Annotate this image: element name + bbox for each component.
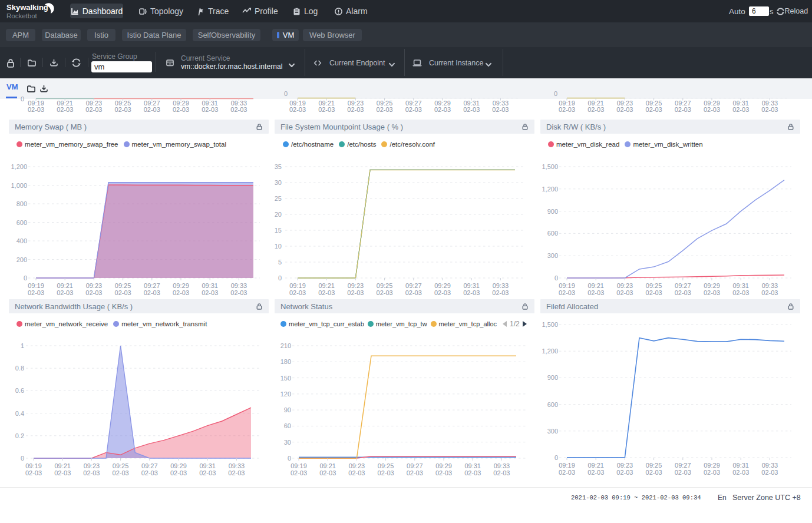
svg-text:02-03: 02-03 [732,106,749,113]
svg-text:09:21: 09:21 [57,100,73,107]
svg-text:09:25: 09:25 [377,282,393,289]
svg-text:600: 600 [547,401,558,408]
svg-text:02-03: 02-03 [319,469,336,476]
svg-text:0: 0 [288,455,291,462]
svg-text:0.6: 0.6 [15,387,24,394]
svg-text:09:27: 09:27 [144,282,160,289]
svg-text:09:19: 09:19 [289,100,306,107]
svg-text:02-03: 02-03 [587,469,604,476]
svg-text:02-03: 02-03 [704,469,720,476]
svg-text:02-03: 02-03 [587,106,604,113]
svg-text:02-03: 02-03 [85,106,102,113]
svg-text:09:19: 09:19 [28,100,44,107]
svg-text:09:25: 09:25 [646,462,662,469]
svg-text:09:25: 09:25 [115,282,131,289]
svg-text:09:29: 09:29 [435,462,452,469]
svg-text:09:27: 09:27 [144,100,160,107]
svg-text:02-03: 02-03 [113,469,129,476]
svg-text:09:33: 09:33 [229,462,245,469]
svg-text:09:25: 09:25 [646,282,662,289]
svg-text:09:29: 09:29 [434,100,451,107]
svg-text:150: 150 [280,375,291,382]
svg-text:02-03: 02-03 [348,469,365,476]
svg-text:0: 0 [554,90,557,97]
svg-text:09:31: 09:31 [732,282,749,289]
svg-text:09:27: 09:27 [675,462,691,469]
svg-text:20: 20 [275,211,282,218]
svg-text:09:31: 09:31 [202,282,218,289]
svg-text:02-03: 02-03 [616,469,633,476]
svg-text:09:21: 09:21 [319,462,336,469]
svg-text:30: 30 [284,439,291,446]
svg-text:02-03: 02-03 [492,289,509,296]
svg-text:210: 210 [280,342,291,349]
svg-text:09:33: 09:33 [231,282,247,289]
svg-text:02-03: 02-03 [25,469,42,476]
svg-text:120: 120 [280,390,291,398]
svg-text:02-03: 02-03 [405,289,422,296]
svg-text:02-03: 02-03 [407,469,423,476]
svg-text:0.2: 0.2 [15,432,24,439]
svg-text:02-03: 02-03 [202,289,218,296]
svg-text:09:19: 09:19 [559,462,575,469]
svg-text:09:19: 09:19 [28,282,44,289]
svg-text:09:31: 09:31 [199,462,216,469]
svg-text:09:27: 09:27 [407,462,423,469]
svg-text:02-03: 02-03 [28,289,44,296]
svg-text:09:27: 09:27 [675,282,691,289]
svg-text:02-03: 02-03 [761,469,778,476]
svg-text:60: 60 [284,422,291,429]
svg-text:09:23: 09:23 [348,100,364,107]
svg-text:0.4: 0.4 [15,410,24,417]
svg-text:09:27: 09:27 [405,100,422,107]
svg-text:02-03: 02-03 [646,289,662,296]
svg-text:02-03: 02-03 [347,289,364,296]
svg-text:02-03: 02-03 [230,106,247,113]
svg-text:09:31: 09:31 [464,462,481,469]
svg-text:02-03: 02-03 [435,469,452,476]
svg-text:09:23: 09:23 [84,462,100,469]
svg-text:1,200: 1,200 [11,163,27,170]
svg-text:02-03: 02-03 [704,289,720,296]
svg-text:02-03: 02-03 [587,289,604,296]
svg-text:09:25: 09:25 [113,462,129,469]
svg-text:09:19: 09:19 [289,282,306,289]
svg-text:02-03: 02-03 [57,106,73,113]
svg-text:02-03: 02-03 [228,469,245,476]
svg-text:09:33: 09:33 [231,100,247,107]
svg-text:09:19: 09:19 [559,100,575,107]
svg-text:02-03: 02-03 [646,469,662,476]
svg-text:02-03: 02-03 [347,106,364,113]
svg-text:02-03: 02-03 [202,106,218,113]
svg-text:02-03: 02-03 [170,469,187,476]
svg-text:09:23: 09:23 [617,282,633,289]
svg-text:02-03: 02-03 [559,289,575,296]
svg-text:1,000: 1,000 [11,182,27,189]
svg-text:09:29: 09:29 [170,462,187,469]
svg-text:02-03: 02-03 [675,469,691,476]
svg-text:02-03: 02-03 [616,106,633,113]
svg-text:02-03: 02-03 [289,106,306,113]
svg-text:09:31: 09:31 [732,100,749,107]
svg-text:180: 180 [280,358,291,365]
svg-text:0: 0 [284,90,288,97]
svg-text:02-03: 02-03 [377,106,393,113]
svg-text:02-03: 02-03 [434,289,451,296]
svg-text:25: 25 [275,195,282,202]
svg-text:1,200: 1,200 [542,186,558,193]
svg-text:02-03: 02-03 [616,289,633,296]
svg-text:600: 600 [547,230,558,237]
svg-text:02-03: 02-03 [732,289,749,296]
svg-text:02-03: 02-03 [559,106,575,113]
svg-text:800: 800 [16,200,27,207]
svg-text:02-03: 02-03 [230,289,247,296]
svg-text:02-03: 02-03 [434,106,451,113]
svg-text:02-03: 02-03 [318,289,335,296]
svg-text:09:33: 09:33 [762,462,778,469]
svg-text:0: 0 [24,274,27,282]
svg-text:02-03: 02-03 [173,289,189,296]
svg-text:02-03: 02-03 [378,469,394,476]
svg-text:02-03: 02-03 [54,469,71,476]
svg-text:400: 400 [16,237,27,244]
svg-text:02-03: 02-03 [144,106,160,113]
